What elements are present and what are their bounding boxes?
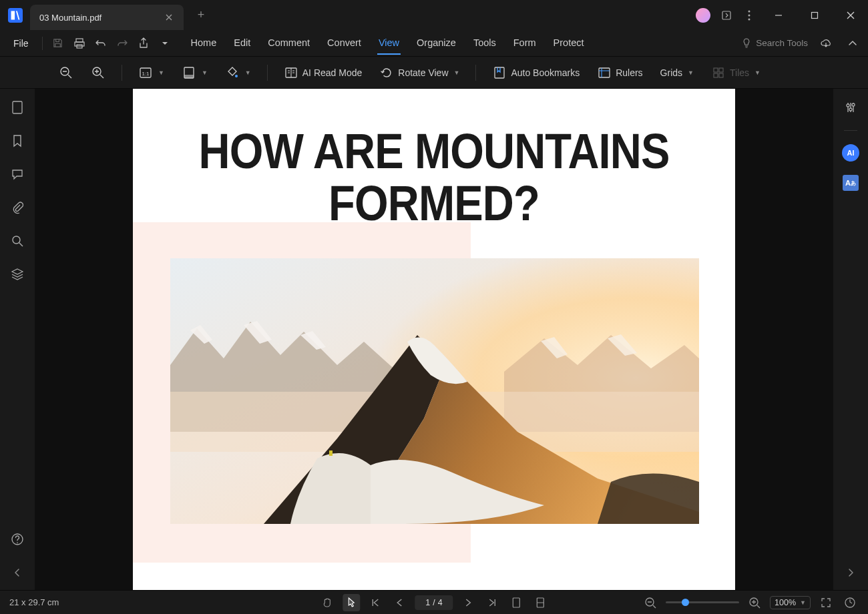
select-tool-icon[interactable] [343,594,360,611]
tab-convert[interactable]: Convert [326,32,363,55]
ai-read-mode-button[interactable]: AI Read Mode [278,61,368,84]
separator [844,130,857,131]
svg-rect-7 [75,42,84,46]
page-layout-button[interactable]: ▼ [176,61,213,84]
page-navigation: 1 /4 [318,594,549,611]
undo-icon[interactable] [92,35,110,52]
search-icon[interactable] [8,232,27,250]
rotate-view-button[interactable]: Rotate View ▼ [374,61,465,84]
paint-drop-icon [225,65,240,80]
zoom-in-button[interactable] [85,61,111,84]
page-sep: / [433,598,435,607]
first-page-icon[interactable] [367,594,384,611]
tab-edit[interactable]: Edit [232,32,252,55]
fit-page-icon[interactable] [841,594,859,611]
tab-organize[interactable]: Organize [415,32,457,55]
svg-point-31 [849,108,852,111]
left-sidebar [0,89,35,590]
bulb-icon [741,38,752,49]
maximize-button[interactable] [801,5,828,25]
chevron-down-icon: ▼ [202,69,208,76]
layers-icon[interactable] [8,265,27,284]
file-menu[interactable]: File [7,34,35,53]
rulers-button[interactable]: Rulers [592,61,648,84]
tab-form[interactable]: Form [512,32,537,55]
auto-bookmarks-button[interactable]: Auto Bookmarks [487,61,585,84]
properties-icon[interactable] [841,98,860,117]
chevron-down-icon: ▼ [158,69,164,76]
rotate-view-label: Rotate View [398,67,448,78]
close-window-button[interactable] [837,5,864,25]
thumbnails-icon[interactable] [8,98,27,117]
collapse-right-icon[interactable] [841,563,860,582]
popup-icon[interactable] [720,9,733,22]
ai-assistant-button[interactable]: AI [842,144,859,162]
document-canvas[interactable]: HOW ARE MOUNTAINS FORMED? [35,89,833,590]
current-page: 1 [425,598,430,607]
redo-icon[interactable] [114,35,131,52]
dropdown-icon[interactable] [156,35,174,52]
page-indicator[interactable]: 1 /4 [415,595,453,610]
tab-title: 03 Mountain.pdf [39,13,156,23]
zoom-out-button[interactable] [53,61,79,84]
tab-tools[interactable]: Tools [472,32,497,55]
help-icon[interactable] [8,530,27,549]
translate-button[interactable]: Aあ [843,175,859,191]
chevron-down-icon: ▼ [688,69,694,76]
mountain-image [170,258,699,524]
fit-actual-button[interactable]: 1:1 ▼ [133,61,170,84]
prev-page-icon[interactable] [391,594,408,611]
zoom-value: 100% [775,598,796,607]
user-avatar[interactable] [696,8,710,23]
zoom-slider[interactable] [666,601,739,603]
separator [267,65,268,81]
zoom-out-icon[interactable] [642,594,659,611]
pdf-page: HOW ARE MOUNTAINS FORMED? [133,89,735,590]
minimize-button[interactable] [765,5,792,25]
svg-rect-17 [495,67,504,78]
svg-point-30 [847,104,849,107]
zoom-in-icon[interactable] [746,594,763,611]
tab-protect[interactable]: Protect [552,32,586,55]
bookmarks-icon[interactable] [8,131,27,150]
search-tools[interactable]: Search Tools [741,38,808,49]
tiles-label: Tiles [730,67,749,78]
next-page-icon[interactable] [460,594,477,611]
svg-point-24 [13,236,20,244]
tab-view[interactable]: View [377,32,401,55]
titlebar: 03 Mountain.pdf + [0,0,868,30]
zoom-thumb[interactable] [682,599,689,606]
comments-icon[interactable] [8,165,27,184]
more-icon[interactable] [742,9,756,22]
ai-read-mode-label: AI Read Mode [302,67,363,78]
fullscreen-icon[interactable] [817,594,835,611]
share-icon[interactable] [135,35,152,52]
collapse-left-icon[interactable] [8,563,27,582]
tab-comment[interactable]: Comment [266,32,311,55]
last-page-icon[interactable] [484,594,501,611]
svg-rect-18 [599,68,610,77]
cloud-sync-icon[interactable] [817,35,835,52]
menubar: File Home Edit Comment Convert View Orga… [0,30,868,57]
continuous-page-icon[interactable] [532,594,550,611]
collapse-ribbon-icon[interactable] [844,35,861,52]
new-tab-button[interactable]: + [190,5,212,26]
grids-button[interactable]: Grids ▼ [655,63,699,82]
tiles-button[interactable]: Tiles ▼ [706,61,766,84]
auto-bookmarks-label: Auto Bookmarks [511,67,580,78]
statusbar: 21 x 29.7 cm 1 /4 100% ▼ [0,590,868,614]
tab-home[interactable]: Home [190,32,218,55]
svg-point-2 [748,10,750,12]
document-tab[interactable]: 03 Mountain.pdf [30,5,184,30]
hand-tool-icon[interactable] [318,594,336,611]
close-tab-icon[interactable] [164,12,174,23]
separator [122,65,122,81]
svg-rect-22 [719,73,723,77]
print-icon[interactable] [71,35,88,52]
zoom-level[interactable]: 100% ▼ [770,596,811,609]
svg-rect-29 [329,450,333,456]
background-button[interactable]: ▼ [220,61,256,84]
single-page-icon[interactable] [508,594,525,611]
save-icon[interactable] [49,35,67,52]
attachments-icon[interactable] [8,198,27,217]
